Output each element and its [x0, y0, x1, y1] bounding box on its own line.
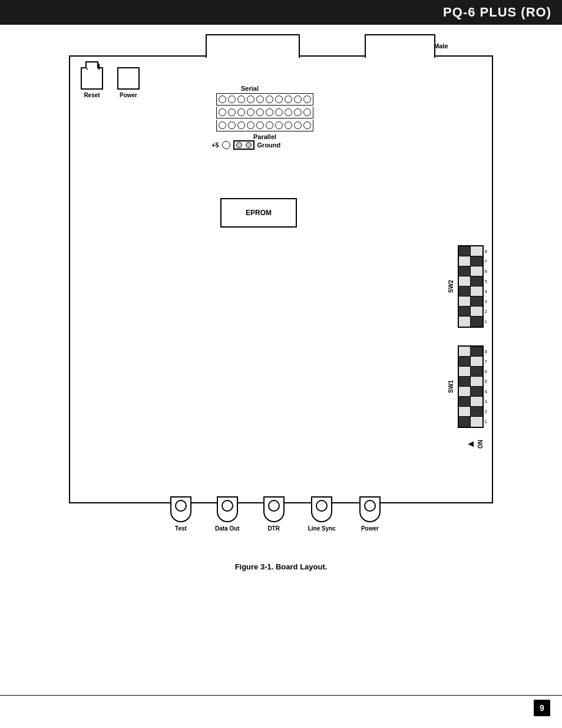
db25-connector	[206, 34, 300, 58]
serial-label: Serial	[241, 85, 259, 92]
power-top-label: Power	[117, 92, 140, 98]
on-indicator: ◄ ON	[466, 439, 484, 449]
linesync-label: Line Sync	[308, 525, 336, 532]
sw2-area: SW2	[448, 245, 488, 328]
power-button-top: Power	[117, 67, 140, 98]
plus5-label: +5	[211, 141, 219, 149]
eprom-chip: EPROM	[220, 198, 297, 228]
db15-connector	[365, 34, 435, 58]
ground-label: Ground	[257, 141, 281, 149]
reset-button: Reset	[81, 67, 103, 98]
test-label: Test	[175, 525, 187, 532]
sw1-dip: 87654321	[458, 345, 488, 428]
bottom-connectors: Test Data Out DTR Line	[170, 496, 381, 532]
sw1-area: SW1	[448, 345, 488, 428]
parallel-label: Parallel	[216, 133, 313, 140]
connector-dtr: DTR	[263, 496, 285, 532]
pin-grid: Parallel	[216, 93, 313, 140]
page-title: PQ-6 PLUS (RO)	[443, 5, 551, 19]
connector-test: Test	[170, 496, 191, 532]
power-bottom-label: Power	[361, 525, 379, 532]
board-outline: Reset Power Serial	[69, 55, 493, 503]
connector-dataout: Data Out	[215, 496, 240, 532]
sw2-numbers: 87654321	[484, 245, 488, 328]
main-content: DB25 Female DB15 Male Reset Power Serial	[0, 25, 562, 589]
page-number: 9	[534, 700, 550, 716]
bottom-rule	[0, 695, 562, 696]
connector-linesync: Line Sync	[308, 496, 336, 532]
sw1-numbers: 87654321	[484, 345, 488, 428]
jumper-connector	[233, 140, 254, 150]
sw2-label: SW2	[448, 280, 454, 293]
dataout-label: Data Out	[215, 525, 240, 532]
dtr-label: DTR	[267, 525, 280, 532]
jumper-open-circle	[222, 141, 230, 149]
sw2-dip: 87654321	[458, 245, 488, 328]
sw1-label: SW1	[448, 380, 454, 393]
connector-power-bottom: Power	[359, 496, 381, 532]
page-header: PQ-6 PLUS (RO)	[0, 0, 562, 25]
reset-label: Reset	[81, 92, 103, 98]
jumper-area: +5 Ground	[211, 140, 280, 150]
on-label: ON	[477, 440, 484, 449]
figure-caption: Figure 3-1. Board Layout.	[35, 562, 527, 571]
